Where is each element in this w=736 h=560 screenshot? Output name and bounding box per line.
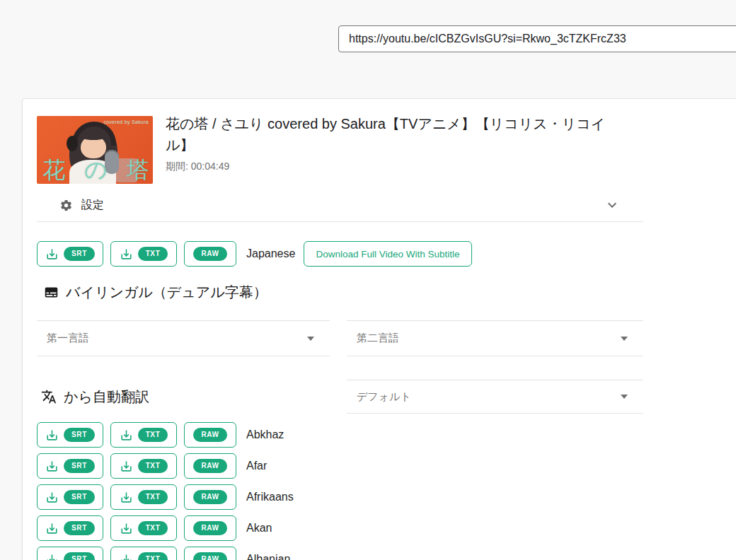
download-icon bbox=[120, 428, 133, 442]
video-url-input[interactable] bbox=[338, 25, 736, 52]
current-language-label: Japanese bbox=[246, 247, 295, 260]
raw-badge: RAW bbox=[193, 490, 226, 504]
language-row: SRT TXT RAW Abkhaz bbox=[37, 422, 736, 448]
download-icon bbox=[120, 491, 133, 504]
download-srt-button[interactable]: SRT bbox=[37, 241, 103, 267]
language-name: Afar bbox=[246, 460, 267, 472]
languages-list: SRT TXT RAW Abkhaz SRT TXT RAW bbox=[37, 422, 736, 560]
bilingual-heading: バイリンガル（デュアル字幕） bbox=[44, 282, 736, 302]
settings-header: 設定 bbox=[59, 198, 104, 213]
raw-badge: RAW bbox=[193, 459, 226, 473]
first-language-placeholder: 第一言語 bbox=[47, 332, 89, 345]
translate-icon bbox=[41, 389, 57, 404]
subtitles-icon bbox=[44, 285, 59, 300]
settings-accordion[interactable]: 設定 bbox=[37, 194, 643, 216]
dropdown-caret-icon bbox=[621, 395, 628, 399]
download-raw-button[interactable]: RAW bbox=[184, 547, 236, 560]
language-name: Albanian bbox=[246, 553, 290, 560]
download-srt-button[interactable]: SRT bbox=[37, 422, 103, 448]
download-icon bbox=[120, 247, 133, 261]
download-txt-button[interactable]: TXT bbox=[110, 422, 177, 448]
download-txt-button[interactable]: TXT bbox=[110, 547, 177, 560]
video-meta: 花の塔 / さユり covered by Sakura【TVアニメ】【リコリス・… bbox=[166, 113, 608, 184]
auto-translate-heading: から自動翻訳 bbox=[37, 387, 330, 407]
chevron-down-icon[interactable] bbox=[604, 197, 621, 214]
language-row: SRT TXT RAW Albanian bbox=[37, 547, 736, 560]
dropdown-caret-icon bbox=[621, 337, 628, 341]
first-language-select[interactable]: 第一言語 bbox=[37, 320, 330, 356]
srt-badge: SRT bbox=[64, 490, 95, 504]
headphone-shape bbox=[72, 122, 116, 146]
txt-badge: TXT bbox=[138, 521, 168, 535]
main-downloads-row: SRT TXT RAW Japanese Download Full Video… bbox=[37, 241, 736, 267]
download-icon bbox=[45, 522, 59, 535]
download-txt-button[interactable]: TXT bbox=[110, 453, 177, 479]
auto-translate-row: から自動翻訳 デフォルト bbox=[37, 380, 736, 414]
language-name: Abkhaz bbox=[246, 428, 284, 441]
download-raw-button[interactable]: RAW bbox=[184, 453, 236, 479]
download-raw-button[interactable]: RAW bbox=[184, 515, 236, 541]
raw-badge: RAW bbox=[193, 521, 226, 535]
raw-badge: RAW bbox=[193, 552, 226, 560]
download-srt-button[interactable]: SRT bbox=[37, 547, 103, 560]
srt-badge: SRT bbox=[64, 521, 95, 535]
thumbnail-credit-text: covered by Sakura bbox=[104, 119, 149, 124]
srt-badge: SRT bbox=[64, 552, 95, 560]
download-icon bbox=[45, 428, 59, 442]
thumbnail-title-text: 花の塔 bbox=[37, 156, 153, 184]
settings-label: 設定 bbox=[81, 198, 104, 213]
download-srt-button[interactable]: SRT bbox=[37, 453, 103, 479]
video-card: covered by Sakura 花の塔 花の塔 / さユり covered … bbox=[22, 98, 736, 560]
download-raw-button[interactable]: RAW bbox=[184, 484, 236, 510]
language-row: SRT TXT RAW Afrikaans bbox=[37, 484, 736, 510]
download-icon bbox=[120, 460, 133, 473]
download-icon bbox=[45, 553, 59, 560]
download-srt-button[interactable]: SRT bbox=[37, 484, 103, 510]
download-full-video-button[interactable]: Download Full Video With Subtitle bbox=[304, 241, 471, 267]
download-icon bbox=[45, 247, 59, 261]
auto-translate-heading-label: から自動翻訳 bbox=[64, 387, 149, 407]
download-icon bbox=[45, 491, 59, 504]
dropdown-caret-icon bbox=[307, 337, 314, 341]
bilingual-selects-row: 第一言語 第二言語 bbox=[37, 320, 736, 356]
download-icon bbox=[45, 460, 59, 473]
video-title: 花の塔 / さユり covered by Sakura【TVアニメ】【リコリス・… bbox=[166, 113, 608, 156]
language-name: Akan bbox=[246, 522, 272, 535]
srt-badge: SRT bbox=[64, 247, 95, 261]
language-row: SRT TXT RAW Akan bbox=[37, 515, 736, 541]
txt-badge: TXT bbox=[138, 459, 168, 473]
second-language-placeholder: 第二言語 bbox=[357, 332, 399, 345]
txt-badge: TXT bbox=[138, 552, 168, 560]
video-info-row: covered by Sakura 花の塔 花の塔 / さユり covered … bbox=[37, 116, 736, 184]
srt-badge: SRT bbox=[64, 428, 95, 442]
download-txt-button[interactable]: TXT bbox=[110, 241, 177, 267]
txt-badge: TXT bbox=[138, 490, 168, 504]
bilingual-heading-label: バイリンガル（デュアル字幕） bbox=[66, 283, 268, 302]
txt-badge: TXT bbox=[138, 428, 168, 442]
language-name: Afrikaans bbox=[246, 491, 294, 503]
download-txt-button[interactable]: TXT bbox=[110, 515, 177, 541]
download-raw-button[interactable]: RAW bbox=[184, 422, 236, 448]
srt-badge: SRT bbox=[64, 459, 95, 473]
download-srt-button[interactable]: SRT bbox=[37, 515, 103, 541]
download-icon bbox=[120, 553, 133, 560]
language-row: SRT TXT RAW Afar bbox=[37, 453, 736, 479]
download-icon bbox=[120, 522, 133, 535]
headphone-earcup-shape bbox=[67, 136, 78, 151]
download-txt-button[interactable]: TXT bbox=[110, 484, 177, 510]
txt-badge: TXT bbox=[138, 247, 168, 261]
video-thumbnail: covered by Sakura 花の塔 bbox=[37, 116, 153, 184]
second-language-select[interactable]: 第二言語 bbox=[347, 320, 643, 356]
video-duration: 期間: 00:04:49 bbox=[166, 161, 608, 173]
download-raw-button[interactable]: RAW bbox=[184, 241, 236, 267]
gear-icon bbox=[59, 199, 73, 212]
default-language-select[interactable]: デフォルト bbox=[347, 380, 643, 414]
default-language-placeholder: デフォルト bbox=[357, 390, 411, 404]
raw-badge: RAW bbox=[193, 247, 226, 261]
raw-badge: RAW bbox=[193, 428, 226, 442]
divider bbox=[37, 221, 643, 222]
